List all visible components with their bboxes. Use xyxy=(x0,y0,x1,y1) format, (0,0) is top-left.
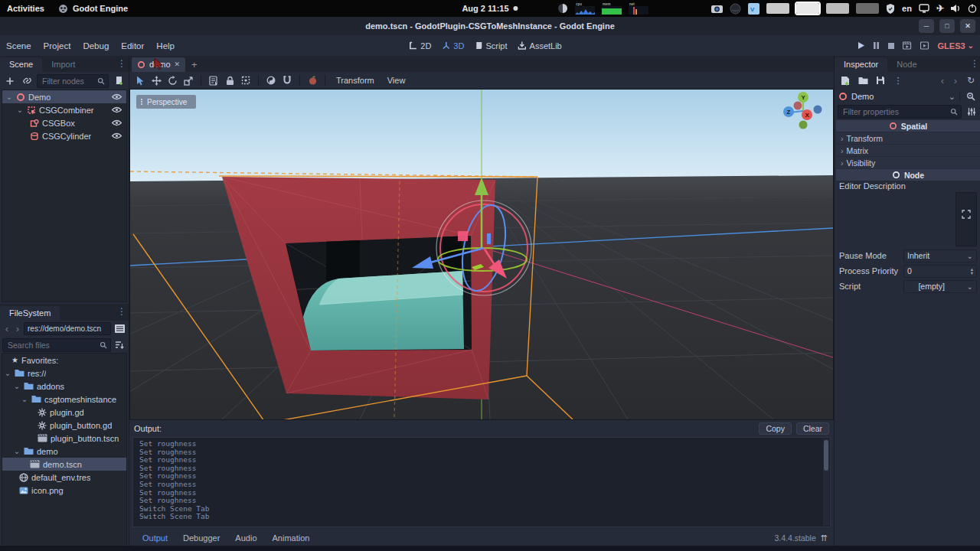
copy-button[interactable]: Copy xyxy=(759,422,792,435)
workspace-3d[interactable]: 3D xyxy=(442,41,464,51)
lock-button[interactable] xyxy=(223,73,237,87)
add-node-button[interactable] xyxy=(3,74,17,88)
fs-path-field[interactable]: res://demo/demo.tscn xyxy=(24,322,111,335)
menu-editor[interactable]: Editor xyxy=(115,41,150,51)
bottom-tab-output[interactable]: Output xyxy=(136,533,175,543)
scale-mode-button[interactable] xyxy=(181,73,195,87)
pause-mode-dropdown[interactable]: Inherit ⌄ xyxy=(903,249,977,262)
minimize-button[interactable]: ─ xyxy=(919,19,934,33)
display-icon[interactable] xyxy=(919,4,929,13)
nav-axis-neg-y[interactable] xyxy=(799,121,808,129)
menu-help[interactable]: Help xyxy=(150,41,181,51)
fs-item-favorites[interactable]: ★ Favorites: xyxy=(2,354,126,367)
nav-axis-neg-x[interactable] xyxy=(794,102,802,110)
3d-viewport[interactable]: Perspective Y Z X xyxy=(129,89,834,420)
search-files-input[interactable] xyxy=(6,340,97,350)
output-scrollbar[interactable] xyxy=(823,439,829,526)
fs-item-plugin-button-gd[interactable]: plugin_button.gd xyxy=(2,419,126,432)
activities-button[interactable]: Activities xyxy=(0,0,51,17)
list-select-button[interactable] xyxy=(207,73,220,87)
visibility-eye-icon[interactable] xyxy=(112,132,122,139)
workspace-1[interactable] xyxy=(766,3,789,14)
workspace-script[interactable]: Script xyxy=(475,41,507,51)
view-menu[interactable]: View xyxy=(382,76,411,85)
bottom-tab-audio[interactable]: Audio xyxy=(228,533,263,543)
dark-sphere-tray-icon[interactable] xyxy=(730,3,741,15)
collapse-icon[interactable]: ⌄ xyxy=(4,369,11,377)
group-button[interactable] xyxy=(239,73,253,87)
maximize-button[interactable]: □ xyxy=(939,19,955,33)
shield-icon[interactable] xyxy=(886,4,895,14)
scene-node-csgbox[interactable]: CSGBox xyxy=(2,116,126,129)
csg-to-meshinstance-plugin-button[interactable] xyxy=(305,73,319,87)
collapse-icon[interactable]: ⌄ xyxy=(13,382,21,390)
applet-icon[interactable] xyxy=(557,3,568,14)
fs-back-button[interactable]: ‹ xyxy=(2,323,11,334)
filter-properties-field[interactable] xyxy=(838,105,962,119)
fs-item-addons[interactable]: ⌄ addons xyxy=(2,380,126,393)
fs-item-plugin-gd[interactable]: plugin.gd xyxy=(2,406,126,419)
fs-forward-button[interactable]: › xyxy=(13,323,22,334)
tab-scene[interactable]: Scene xyxy=(0,57,42,72)
collapse-icon[interactable]: ⌄ xyxy=(13,447,21,455)
renderer-dropdown[interactable]: GLES3 ⌄ xyxy=(938,41,974,51)
volume-icon[interactable] xyxy=(951,4,961,13)
system-monitor-mem[interactable]: mem xyxy=(602,2,622,15)
fs-item-csgtomeshinstance[interactable]: ⌄ csgtomeshinstance xyxy=(2,393,126,406)
history-forward-button[interactable]: › xyxy=(951,75,960,86)
visibility-eye-icon[interactable] xyxy=(112,106,122,113)
filter-nodes-field[interactable] xyxy=(37,74,109,88)
move-mode-button[interactable] xyxy=(149,73,163,87)
script-dropdown[interactable]: [empty] ⌄ xyxy=(903,280,977,293)
play-scene-button[interactable] xyxy=(903,41,913,50)
nav-axis-neg-z[interactable] xyxy=(814,106,822,114)
spinner-icon[interactable]: ▴▾ xyxy=(971,267,973,275)
fs-item-demo-folder[interactable]: ⌄ demo xyxy=(2,445,126,458)
fs-sort-icon[interactable] xyxy=(113,338,126,352)
collapse-icon[interactable]: ⌄ xyxy=(5,93,13,101)
group-transform[interactable]: › Transform xyxy=(836,132,980,144)
object-history-icon[interactable]: ↻ xyxy=(964,73,978,87)
tab-node[interactable]: Node xyxy=(887,57,926,72)
inspected-node-selector[interactable]: Demo ⌄ xyxy=(835,89,980,104)
save-resource-button[interactable] xyxy=(874,73,887,87)
scene-node-demo[interactable]: ⌄ Demo xyxy=(2,90,126,103)
snap-button[interactable] xyxy=(280,73,294,87)
property-tools-icon[interactable] xyxy=(965,105,978,119)
play-button[interactable] xyxy=(857,41,865,50)
pause-button[interactable] xyxy=(873,41,880,50)
gizmo-plane-handle-z[interactable] xyxy=(487,233,491,244)
local-space-button[interactable] xyxy=(264,73,278,87)
keyboard-layout[interactable]: en xyxy=(902,4,912,13)
system-monitor-cpu[interactable]: cpu xyxy=(575,2,595,15)
transform-menu[interactable]: Transform xyxy=(331,76,380,85)
editor-description-textbox[interactable] xyxy=(956,192,977,246)
bottom-tab-debugger[interactable]: Debugger xyxy=(176,533,227,543)
attach-script-icon[interactable] xyxy=(112,74,126,88)
dock-menu-icon[interactable]: ⋮ xyxy=(970,58,979,69)
scrollbar-thumb[interactable] xyxy=(824,440,828,471)
menu-project[interactable]: Project xyxy=(38,41,77,51)
history-back-button[interactable]: ‹ xyxy=(938,75,947,86)
fs-item-icon-png[interactable]: icon.png xyxy=(2,484,126,497)
filter-nodes-input[interactable] xyxy=(41,76,95,86)
category-spatial[interactable]: Spatial xyxy=(836,120,980,132)
clock[interactable]: Aug 2 11:15 xyxy=(462,4,518,13)
visibility-eye-icon[interactable] xyxy=(112,119,122,126)
dock-menu-icon[interactable]: ⋮ xyxy=(117,58,126,69)
system-monitor-net[interactable]: net xyxy=(629,2,648,15)
visibility-eye-icon[interactable] xyxy=(112,93,122,100)
tab-inspector[interactable]: Inspector xyxy=(835,57,887,72)
output-log[interactable]: Set roughness Set roughness Set roughnes… xyxy=(132,437,831,527)
dock-menu-icon[interactable]: ⋮ xyxy=(117,306,126,317)
stop-button[interactable] xyxy=(887,42,895,50)
focused-app-menu[interactable]: Godot Engine xyxy=(51,0,135,17)
group-visibility[interactable]: › Visibility xyxy=(836,157,980,168)
vscode-tray-icon[interactable]: V xyxy=(748,3,760,15)
perspective-menu-button[interactable]: Perspective xyxy=(136,95,196,109)
menu-scene[interactable]: Scene xyxy=(0,41,38,51)
workspace-assetlib[interactable]: AssetLib xyxy=(518,41,562,51)
window-title-bar[interactable]: demo.tscn - GodotPlugin-CSGToMeshInstanc… xyxy=(0,17,980,35)
bottom-tab-animation[interactable]: Animation xyxy=(266,533,317,543)
workspace-2d[interactable]: 2D xyxy=(409,41,431,51)
